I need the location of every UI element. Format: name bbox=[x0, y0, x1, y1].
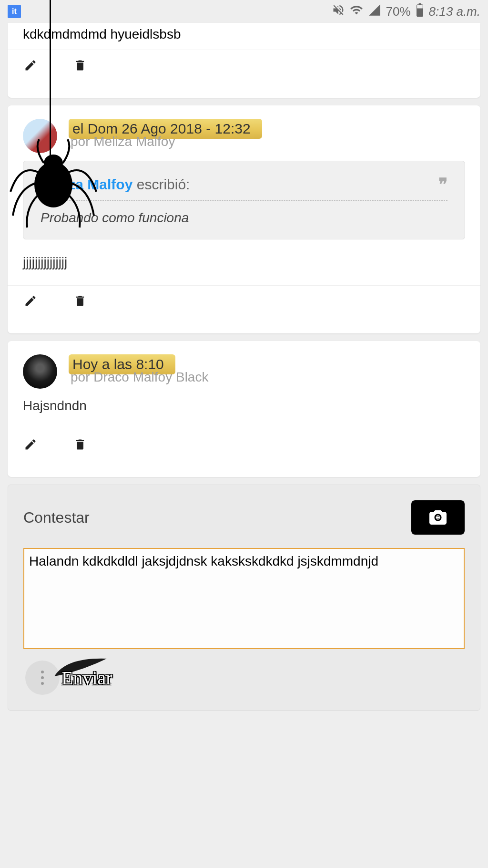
status-right: 70% 8:13 a.m. bbox=[332, 3, 480, 20]
wifi-icon bbox=[350, 3, 363, 20]
app-notification-icon: it bbox=[8, 5, 21, 18]
fab-menu-button[interactable] bbox=[25, 661, 60, 695]
quote-icon: ❞ bbox=[438, 175, 447, 195]
post-card: kdkdmdmdmd hyueidlsbsb bbox=[8, 23, 480, 98]
battery-icon bbox=[416, 3, 424, 20]
post-author: por Draco Malfoy Black bbox=[71, 370, 465, 385]
vibrate-icon bbox=[332, 3, 345, 20]
avatar[interactable] bbox=[23, 119, 57, 153]
send-button[interactable]: Enviar bbox=[61, 667, 112, 689]
post-content: Hajsndndn bbox=[23, 396, 465, 419]
edit-icon[interactable] bbox=[23, 293, 38, 309]
post-content: jjjjjjjjjjjjjjj bbox=[23, 249, 465, 276]
battery-percent: 70% bbox=[386, 4, 411, 19]
quote-box: Meliza Malfoy escribió: ❞ Probando como … bbox=[23, 161, 465, 239]
post-header: el Dom 26 Ago 2018 - 12:32 por Meliza Ma… bbox=[8, 105, 480, 161]
send-row: Enviar bbox=[23, 661, 465, 695]
post-meta: el Dom 26 Ago 2018 - 12:32 por Meliza Ma… bbox=[69, 119, 465, 149]
signal-icon bbox=[368, 3, 381, 20]
post-actions bbox=[8, 285, 480, 333]
post-actions bbox=[8, 429, 480, 477]
status-bar: it 70% 8:13 a.m. bbox=[0, 0, 488, 23]
edit-icon[interactable] bbox=[23, 58, 38, 73]
reply-textarea[interactable] bbox=[23, 548, 465, 649]
avatar[interactable] bbox=[23, 354, 57, 389]
quote-header: Meliza Malfoy escribió: ❞ bbox=[41, 175, 447, 201]
post-header: Hoy a las 8:10 por Draco Malfoy Black bbox=[8, 341, 480, 396]
quote-author-link[interactable]: Meliza Malfoy bbox=[41, 176, 132, 192]
quote-author-line: Meliza Malfoy escribió: bbox=[41, 176, 190, 193]
delete-icon[interactable] bbox=[72, 58, 88, 73]
post-card: el Dom 26 Ago 2018 - 12:32 por Meliza Ma… bbox=[8, 105, 480, 333]
delete-icon[interactable] bbox=[72, 293, 88, 309]
post-body: Meliza Malfoy escribió: ❞ Probando como … bbox=[8, 161, 480, 285]
post-card: Hoy a las 8:10 por Draco Malfoy Black Ha… bbox=[8, 341, 480, 477]
edit-icon[interactable] bbox=[23, 437, 38, 452]
post-content: kdkdmdmdmd hyueidlsbsb bbox=[8, 23, 480, 50]
post-author: por Meliza Malfoy bbox=[71, 134, 465, 149]
delete-icon[interactable] bbox=[72, 437, 88, 452]
status-left: it bbox=[8, 5, 21, 18]
reply-header: Contestar bbox=[23, 500, 465, 535]
reply-title: Contestar bbox=[23, 509, 90, 527]
status-time: 8:13 a.m. bbox=[429, 4, 480, 19]
reply-card: Contestar Enviar bbox=[8, 485, 480, 711]
post-actions bbox=[8, 50, 480, 98]
svg-rect-0 bbox=[417, 5, 423, 8]
camera-button[interactable] bbox=[411, 500, 465, 535]
post-meta: Hoy a las 8:10 por Draco Malfoy Black bbox=[69, 354, 465, 385]
quote-text: Probando como funciona bbox=[41, 210, 447, 226]
post-body: Hajsndndn bbox=[8, 396, 480, 429]
